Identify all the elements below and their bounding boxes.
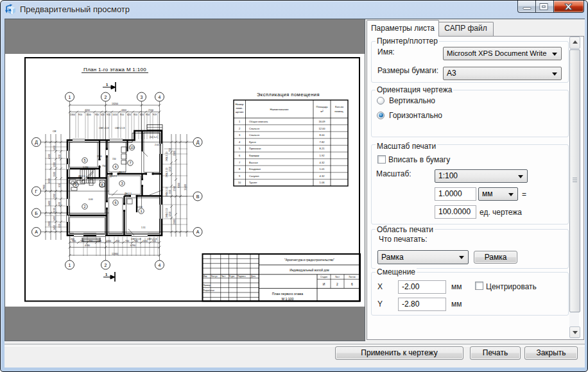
svg-text:1: 1 [140, 209, 142, 213]
svg-text:4200: 4200 [85, 109, 90, 112]
svg-text:4: 4 [114, 165, 116, 169]
svg-text:помещ.: помещ. [334, 110, 343, 113]
svg-text:7.82: 7.82 [320, 140, 325, 144]
svg-text:910: 910 [107, 114, 110, 116]
svg-text:4100: 4100 [48, 154, 51, 159]
svg-text:1.06: 1.06 [320, 181, 325, 184]
svg-text:м²: м² [320, 110, 324, 113]
svg-text:6: 6 [351, 282, 353, 286]
svg-text:1210: 1210 [169, 167, 171, 172]
svg-text:Коридор: Коридор [249, 154, 260, 157]
svg-text:1500: 1500 [97, 155, 102, 158]
svg-text:9: 9 [239, 174, 241, 178]
svg-text:8: 8 [101, 183, 103, 187]
svg-text:7: 7 [239, 161, 241, 164]
svg-text:150: 150 [112, 158, 116, 160]
svg-text:СМУ-2-13: СМУ-2-13 [99, 127, 108, 130]
svg-text:1.01: 1.01 [320, 167, 325, 171]
svg-text:910: 910 [58, 183, 61, 187]
svg-text:13200: 13200 [112, 103, 118, 105]
svg-text:6: 6 [239, 154, 241, 157]
svg-text:3: 3 [121, 182, 123, 185]
svg-text:Г: Г [35, 189, 38, 194]
svg-text:6790: 6790 [130, 244, 135, 247]
svg-text:1450: 1450 [53, 225, 56, 230]
svg-text:1.51: 1.51 [141, 226, 146, 229]
svg-text:Кухня: Кухня [249, 140, 256, 144]
svg-text:1060: 1060 [106, 240, 111, 242]
svg-text:2300: 2300 [173, 151, 176, 156]
svg-text:СМУ-2-13: СМУ-2-13 [115, 127, 125, 130]
svg-text:1100: 1100 [86, 114, 91, 116]
svg-text:7800: 7800 [43, 185, 46, 190]
svg-text:4: 4 [159, 263, 161, 267]
svg-text:4: 4 [239, 140, 241, 144]
svg-text:поме-: поме- [236, 106, 243, 110]
svg-text:2100: 2100 [148, 109, 153, 112]
svg-text:Листов: Листов [349, 276, 356, 278]
svg-text:2: 2 [239, 127, 241, 130]
svg-text:0.00: 0.00 [89, 198, 93, 201]
svg-text:7: 7 [129, 161, 131, 165]
svg-text:Спальня: Спальня [249, 133, 259, 137]
svg-text:ЗКВ-2-13: ЗКВ-2-13 [166, 208, 168, 217]
svg-text:450: 450 [116, 240, 119, 242]
svg-text:1100: 1100 [53, 208, 56, 213]
svg-text:Кол-во: Кол-во [335, 105, 344, 108]
svg-text:ДН-2-1: ДН-2-1 [110, 175, 117, 178]
svg-text:ДН-2-1: ДН-2-1 [78, 175, 85, 178]
svg-text:А: А [196, 230, 200, 234]
svg-text:8.21: 8.21 [320, 147, 325, 150]
svg-text:Санузел: Санузел [249, 174, 259, 178]
svg-text:1500: 1500 [53, 172, 56, 177]
svg-text:1: 1 [105, 273, 108, 276]
svg-text:6: 6 [114, 201, 116, 205]
svg-text:План 1-го этажа М 1:100: План 1-го этажа М 1:100 [83, 67, 146, 72]
svg-text:2900: 2900 [48, 221, 51, 226]
svg-text:Кол.уч: Кол.уч [211, 275, 218, 278]
svg-text:А: А [35, 230, 38, 234]
svg-text:ДН-2-1: ДН-2-1 [119, 171, 126, 174]
svg-text:Общая комната: Общая комната [249, 120, 268, 123]
svg-text:200: 200 [71, 238, 74, 241]
svg-text:8: 8 [239, 167, 241, 171]
svg-text:10: 10 [130, 146, 134, 149]
svg-text:3500: 3500 [48, 178, 51, 183]
svg-text:2300: 2300 [173, 219, 176, 224]
svg-text:10: 10 [238, 181, 241, 184]
svg-text:Спальня: Спальня [249, 127, 259, 130]
svg-text:Лист: Лист [335, 276, 340, 278]
svg-text:750: 750 [102, 165, 106, 167]
svg-text:1200: 1200 [53, 194, 56, 199]
svg-text:919: 919 [153, 114, 157, 116]
svg-text:750: 750 [89, 240, 92, 242]
svg-text:Наименование: Наименование [270, 108, 289, 111]
svg-text:620: 620 [58, 202, 61, 206]
svg-text:Кладовая: Кладовая [249, 167, 261, 171]
svg-text:Номер: Номер [236, 103, 245, 106]
svg-text:620: 620 [140, 114, 144, 116]
svg-text:1: 1 [239, 120, 241, 123]
svg-text:М 1:100: М 1:100 [282, 297, 294, 301]
svg-text:2х1.5+1: 2х1.5+1 [150, 136, 157, 139]
svg-text:-0.020: -0.020 [136, 206, 143, 208]
svg-text:ЗКВ-2-13: ЗКВ-2-13 [166, 167, 168, 177]
svg-text:620: 620 [127, 114, 131, 116]
svg-text:Экспликация помещения: Экспликация помещения [257, 92, 320, 97]
svg-text:СМУ-2-13: СМУ-2-13 [147, 238, 157, 241]
svg-text:Стадия: Стадия [320, 276, 327, 278]
svg-text:В: В [196, 194, 200, 199]
svg-text:4: 4 [159, 95, 161, 99]
svg-text:Д: Д [196, 140, 200, 145]
svg-text:2: 2 [105, 263, 107, 267]
svg-text:1.92: 1.92 [320, 154, 325, 157]
svg-text:План первого этажа: План первого этажа [272, 292, 303, 296]
svg-text:Индивидуальный жилой дом: Индивидуальный жилой дом [290, 268, 329, 272]
svg-text:2740: 2740 [173, 186, 176, 191]
svg-text:5: 5 [83, 158, 85, 162]
svg-text:910: 910 [58, 155, 61, 158]
svg-text:12060: 12060 [112, 253, 118, 255]
svg-text:910: 910 [146, 114, 150, 116]
svg-text:1300: 1300 [70, 114, 75, 116]
svg-text:12.00: 12.00 [318, 127, 325, 130]
